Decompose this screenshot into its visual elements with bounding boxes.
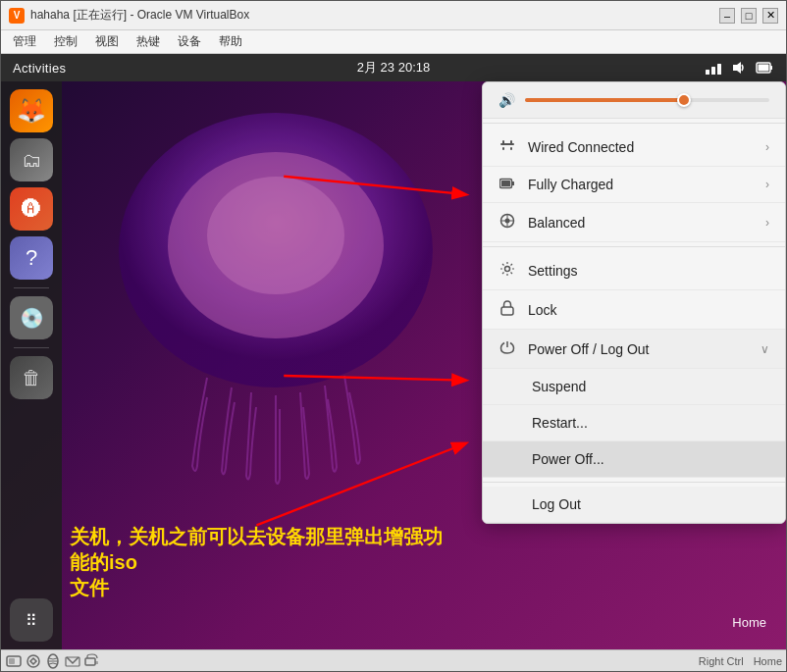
battery-arrow: › (765, 178, 769, 191)
wired-arrow: › (765, 140, 769, 154)
systray (704, 58, 774, 78)
lock-label: Lock (528, 302, 769, 318)
menubar: 管理 控制 视图 热键 设备 帮助 (1, 30, 786, 54)
poweroff-arrow: ∨ (761, 342, 769, 356)
dock-separator-2 (14, 347, 49, 348)
titlebar: V hahaha [正在运行] - Oracle VM VirtualBox –… (1, 1, 786, 30)
separator-2 (483, 246, 785, 247)
separator-3 (483, 482, 785, 483)
virtualbox-window: V hahaha [正在运行] - Oracle VM VirtualBox –… (0, 0, 787, 672)
menu-control[interactable]: 控制 (46, 31, 85, 52)
status-icon-5 (83, 652, 101, 670)
svg-rect-21 (501, 307, 513, 315)
jellyfish-background (79, 93, 472, 515)
annotation-line1: 关机，关机之前可以去设备那里弹出增强功能的iso (70, 526, 443, 573)
svg-point-19 (505, 219, 510, 224)
dock-files[interactable]: 🗂 (10, 138, 53, 181)
svg-rect-32 (85, 658, 95, 665)
menu-item-settings[interactable]: Settings (483, 251, 785, 290)
svg-rect-13 (502, 147, 504, 150)
titlebar-text: hahaha [正在运行] - Oracle VM VirtualBox (30, 7, 719, 24)
svg-rect-6 (759, 65, 769, 72)
svg-rect-0 (706, 70, 709, 75)
submenu-logout[interactable]: Log Out (483, 487, 785, 523)
ubuntu-topbar: Activities 2月 23 20:18 (1, 54, 786, 81)
statusbar: Right Ctrl Home (1, 649, 786, 671)
submenu-suspend[interactable]: Suspend (483, 369, 785, 405)
menu-item-battery[interactable]: Fully Charged › (483, 167, 785, 203)
status-icon-3 (44, 652, 62, 670)
menu-help[interactable]: 帮助 (211, 31, 250, 52)
settings-label: Settings (528, 263, 769, 279)
battery-menu-icon (498, 177, 516, 192)
svg-rect-11 (502, 140, 504, 145)
svg-point-29 (27, 655, 39, 667)
vm-content: Activities 2月 23 20:18 (1, 54, 786, 649)
menu-item-poweroff[interactable]: Power Off / Log Out ∨ (483, 330, 785, 369)
svg-rect-1 (711, 67, 715, 75)
annotation-line2: 文件 (70, 577, 109, 598)
home-status: Home (754, 655, 782, 667)
dock-apps[interactable]: ⠿ (10, 598, 53, 642)
poweroff-label: Power Off / Log Out (528, 341, 749, 357)
volume-slider-row: 🔊 (483, 82, 785, 119)
network-icon[interactable] (704, 58, 723, 78)
status-icon-1 (5, 652, 23, 670)
svg-point-20 (505, 267, 510, 272)
svg-marker-3 (733, 62, 741, 74)
svg-rect-16 (512, 181, 515, 185)
volume-slider-track[interactable] (525, 98, 769, 102)
slider-fill (525, 98, 684, 102)
wired-icon (498, 137, 516, 156)
battery-icon[interactable] (755, 58, 774, 78)
dropdown-menu: 🔊 (482, 81, 786, 524)
svg-rect-14 (510, 147, 512, 150)
dock-disc[interactable]: 💿 (10, 296, 53, 339)
annotation-text: 关机，关机之前可以去设备那里弹出增强功能的iso 文件 (70, 524, 443, 600)
dock-help[interactable]: ? (10, 236, 53, 280)
menu-item-lock[interactable]: Lock (483, 290, 785, 330)
slider-thumb[interactable] (677, 93, 691, 107)
maximize-button[interactable]: □ (741, 8, 757, 24)
menu-view[interactable]: 视图 (87, 31, 127, 52)
clock: 2月 23 20:18 (357, 59, 430, 77)
battery-label: Fully Charged (528, 177, 754, 192)
menu-manage[interactable]: 管理 (5, 31, 44, 52)
lock-icon (498, 300, 516, 319)
svg-rect-12 (510, 140, 512, 145)
volume-slider-icon: 🔊 (498, 92, 515, 108)
balanced-icon (498, 213, 516, 232)
dock-firefox[interactable]: 🦊 (10, 89, 53, 132)
settings-icon (498, 261, 516, 280)
close-button[interactable]: ✕ (762, 8, 778, 24)
svg-rect-28 (9, 658, 15, 664)
dock-appstore[interactable]: 🅐 (10, 187, 53, 231)
minimize-button[interactable]: – (719, 8, 735, 24)
svg-rect-33 (95, 661, 98, 664)
svg-rect-2 (717, 64, 721, 75)
titlebar-controls: – □ ✕ (719, 8, 778, 24)
menu-hotkeys[interactable]: 热键 (129, 31, 168, 52)
dock-separator-1 (14, 287, 49, 288)
balanced-label: Balanced (528, 215, 754, 231)
rightctrl-status: Right Ctrl (699, 655, 744, 667)
ubuntu-dock: 🦊 🗂 🅐 ? 💿 🗑 ⠿ (1, 81, 62, 649)
svg-point-9 (207, 177, 344, 294)
menu-item-wired[interactable]: Wired Connected › (483, 128, 785, 167)
home-label: Home (732, 615, 766, 630)
submenu-restart[interactable]: Restart... (483, 405, 785, 441)
status-icon-2 (25, 652, 42, 670)
volume-icon[interactable] (729, 58, 749, 78)
menu-devices[interactable]: 设备 (170, 31, 209, 52)
submenu-poweroff[interactable]: Power Off... (483, 441, 785, 478)
activities-button[interactable]: Activities (13, 61, 66, 76)
svg-rect-17 (501, 181, 510, 186)
dock-trash[interactable]: 🗑 (10, 356, 53, 399)
status-icon-4 (64, 652, 81, 670)
menu-item-balanced[interactable]: Balanced › (483, 203, 785, 242)
separator-1 (483, 123, 785, 124)
ubuntu-desktop: Activities 2月 23 20:18 (1, 54, 786, 649)
balanced-arrow: › (765, 216, 769, 230)
svg-rect-5 (770, 66, 772, 70)
poweroff-icon (498, 339, 516, 358)
